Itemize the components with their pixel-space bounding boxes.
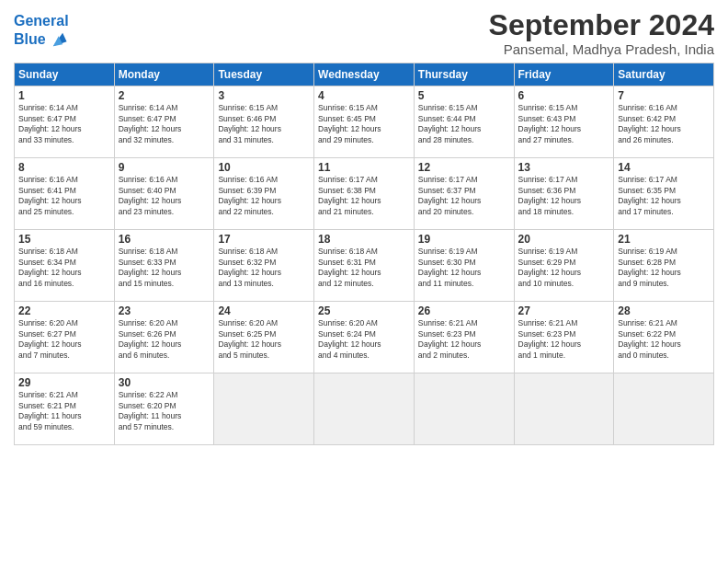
day-number: 2	[119, 89, 210, 102]
day-cell: 29Sunrise: 6:21 AMSunset: 6:21 PMDayligh…	[15, 373, 115, 445]
day-number: 7	[618, 89, 710, 102]
title-block: September 2024 Pansemal, Madhya Pradesh,…	[489, 9, 714, 57]
day-cell: 18Sunrise: 6:18 AMSunset: 6:31 PMDayligh…	[314, 230, 415, 302]
cell-info: Sunrise: 6:15 AMSunset: 6:46 PMDaylight:…	[218, 103, 310, 145]
day-number: 21	[618, 233, 710, 246]
day-number: 1	[18, 89, 110, 102]
week-row-3: 22Sunrise: 6:20 AMSunset: 6:27 PMDayligh…	[15, 302, 714, 373]
logo-blue-text: Blue	[14, 31, 46, 48]
day-cell: 19Sunrise: 6:19 AMSunset: 6:30 PMDayligh…	[414, 230, 514, 302]
day-number: 12	[418, 161, 510, 174]
day-cell: 16Sunrise: 6:18 AMSunset: 6:33 PMDayligh…	[114, 230, 214, 302]
day-cell: 28Sunrise: 6:21 AMSunset: 6:22 PMDayligh…	[614, 302, 714, 373]
day-number: 19	[418, 233, 510, 246]
day-cell: 6Sunrise: 6:15 AMSunset: 6:43 PMDaylight…	[514, 86, 614, 158]
day-cell: 1Sunrise: 6:14 AMSunset: 6:47 PMDaylight…	[15, 86, 115, 158]
day-number: 18	[318, 233, 410, 246]
cell-info: Sunrise: 6:21 AMSunset: 6:22 PMDaylight:…	[618, 318, 710, 361]
cell-info: Sunrise: 6:21 AMSunset: 6:21 PMDaylight:…	[18, 390, 110, 432]
day-cell: 4Sunrise: 6:15 AMSunset: 6:45 PMDaylight…	[314, 86, 415, 158]
col-header-sunday: Sunday	[15, 63, 115, 86]
day-number: 17	[218, 233, 310, 246]
cell-info: Sunrise: 6:16 AMSunset: 6:42 PMDaylight:…	[618, 103, 710, 145]
day-number: 25	[318, 304, 410, 317]
day-number: 3	[218, 89, 310, 102]
day-number: 10	[218, 161, 310, 174]
day-cell: 13Sunrise: 6:17 AMSunset: 6:36 PMDayligh…	[514, 158, 614, 230]
cell-info: Sunrise: 6:15 AMSunset: 6:43 PMDaylight:…	[518, 103, 610, 145]
cell-info: Sunrise: 6:15 AMSunset: 6:45 PMDaylight:…	[318, 103, 410, 145]
day-cell: 2Sunrise: 6:14 AMSunset: 6:47 PMDaylight…	[114, 86, 214, 158]
day-number: 23	[119, 304, 210, 317]
cell-info: Sunrise: 6:19 AMSunset: 6:30 PMDaylight:…	[418, 247, 510, 289]
day-number: 9	[119, 161, 210, 174]
cell-info: Sunrise: 6:20 AMSunset: 6:25 PMDaylight:…	[218, 318, 310, 361]
cell-info: Sunrise: 6:17 AMSunset: 6:35 PMDaylight:…	[618, 175, 710, 217]
day-cell: 5Sunrise: 6:15 AMSunset: 6:44 PMDaylight…	[414, 86, 514, 158]
location: Pansemal, Madhya Pradesh, India	[489, 41, 714, 57]
col-header-tuesday: Tuesday	[214, 63, 314, 86]
day-cell: 12Sunrise: 6:17 AMSunset: 6:37 PMDayligh…	[414, 158, 514, 230]
day-cell: 23Sunrise: 6:20 AMSunset: 6:26 PMDayligh…	[114, 302, 214, 373]
col-header-monday: Monday	[114, 63, 214, 86]
col-header-friday: Friday	[514, 63, 614, 86]
day-cell	[614, 373, 714, 445]
day-cell: 3Sunrise: 6:15 AMSunset: 6:46 PMDaylight…	[214, 86, 314, 158]
logo-text: General	[14, 13, 69, 29]
day-cell	[314, 373, 415, 445]
cell-info: Sunrise: 6:17 AMSunset: 6:36 PMDaylight:…	[518, 175, 610, 217]
day-cell: 20Sunrise: 6:19 AMSunset: 6:29 PMDayligh…	[514, 230, 614, 302]
cell-info: Sunrise: 6:18 AMSunset: 6:31 PMDaylight:…	[318, 247, 410, 289]
day-cell: 7Sunrise: 6:16 AMSunset: 6:42 PMDaylight…	[614, 86, 714, 158]
day-number: 16	[119, 233, 210, 246]
week-row-1: 8Sunrise: 6:16 AMSunset: 6:41 PMDaylight…	[15, 158, 714, 230]
day-cell: 21Sunrise: 6:19 AMSunset: 6:28 PMDayligh…	[614, 230, 714, 302]
week-row-0: 1Sunrise: 6:14 AMSunset: 6:47 PMDaylight…	[15, 86, 714, 158]
cell-info: Sunrise: 6:18 AMSunset: 6:33 PMDaylight:…	[119, 247, 210, 289]
day-number: 4	[318, 89, 410, 102]
day-cell: 9Sunrise: 6:16 AMSunset: 6:40 PMDaylight…	[114, 158, 214, 230]
col-header-thursday: Thursday	[414, 63, 514, 86]
day-number: 8	[18, 161, 110, 174]
cell-info: Sunrise: 6:16 AMSunset: 6:40 PMDaylight:…	[119, 175, 210, 217]
cell-info: Sunrise: 6:14 AMSunset: 6:47 PMDaylight:…	[119, 103, 210, 145]
day-cell	[414, 373, 514, 445]
cell-info: Sunrise: 6:19 AMSunset: 6:28 PMDaylight:…	[618, 247, 710, 289]
day-cell: 15Sunrise: 6:18 AMSunset: 6:34 PMDayligh…	[15, 230, 115, 302]
day-number: 11	[318, 161, 410, 174]
day-number: 5	[418, 89, 510, 102]
day-cell: 24Sunrise: 6:20 AMSunset: 6:25 PMDayligh…	[214, 302, 314, 373]
cell-info: Sunrise: 6:21 AMSunset: 6:23 PMDaylight:…	[518, 318, 610, 361]
cell-info: Sunrise: 6:14 AMSunset: 6:47 PMDaylight:…	[18, 103, 110, 145]
logo-icon	[48, 29, 68, 50]
calendar-table: SundayMondayTuesdayWednesdayThursdayFrid…	[14, 63, 714, 445]
cell-info: Sunrise: 6:16 AMSunset: 6:39 PMDaylight:…	[218, 175, 310, 217]
cell-info: Sunrise: 6:16 AMSunset: 6:41 PMDaylight:…	[18, 175, 110, 217]
day-cell: 11Sunrise: 6:17 AMSunset: 6:38 PMDayligh…	[314, 158, 415, 230]
week-row-4: 29Sunrise: 6:21 AMSunset: 6:21 PMDayligh…	[15, 373, 714, 445]
cell-info: Sunrise: 6:17 AMSunset: 6:38 PMDaylight:…	[318, 175, 410, 217]
day-cell: 8Sunrise: 6:16 AMSunset: 6:41 PMDaylight…	[15, 158, 115, 230]
cell-info: Sunrise: 6:18 AMSunset: 6:32 PMDaylight:…	[218, 247, 310, 289]
day-cell	[514, 373, 614, 445]
day-cell: 30Sunrise: 6:22 AMSunset: 6:20 PMDayligh…	[114, 373, 214, 445]
cell-info: Sunrise: 6:22 AMSunset: 6:20 PMDaylight:…	[119, 390, 210, 432]
day-number: 15	[18, 233, 110, 246]
day-cell: 17Sunrise: 6:18 AMSunset: 6:32 PMDayligh…	[214, 230, 314, 302]
cell-info: Sunrise: 6:17 AMSunset: 6:37 PMDaylight:…	[418, 175, 510, 217]
day-cell: 10Sunrise: 6:16 AMSunset: 6:39 PMDayligh…	[214, 158, 314, 230]
month-title: September 2024	[489, 9, 714, 41]
cell-info: Sunrise: 6:20 AMSunset: 6:27 PMDaylight:…	[18, 318, 110, 361]
day-cell	[214, 373, 314, 445]
day-number: 24	[218, 304, 310, 317]
header: General Blue September 2024 Pansemal, Ma…	[14, 9, 714, 57]
cell-info: Sunrise: 6:20 AMSunset: 6:26 PMDaylight:…	[119, 318, 210, 361]
day-number: 26	[418, 304, 510, 317]
col-header-wednesday: Wednesday	[314, 63, 415, 86]
cell-info: Sunrise: 6:18 AMSunset: 6:34 PMDaylight:…	[18, 247, 110, 289]
day-cell: 25Sunrise: 6:20 AMSunset: 6:24 PMDayligh…	[314, 302, 415, 373]
cell-info: Sunrise: 6:21 AMSunset: 6:23 PMDaylight:…	[418, 318, 510, 361]
week-row-2: 15Sunrise: 6:18 AMSunset: 6:34 PMDayligh…	[15, 230, 714, 302]
day-number: 14	[618, 161, 710, 174]
day-number: 29	[18, 376, 110, 389]
